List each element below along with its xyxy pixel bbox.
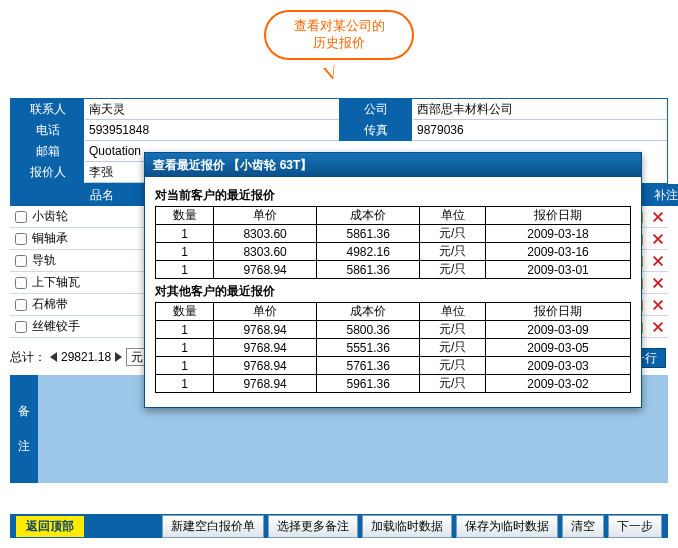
value-fax[interactable]: 9879036: [413, 120, 667, 141]
dlg-col: 单价: [214, 303, 317, 321]
dlg-row: 19768.945861.36元/只2009-03-01: [156, 261, 631, 279]
other-customer-table: 数量单价成本价单位报价日期19768.945800.36元/只2009-03-0…: [155, 302, 631, 393]
dlg-row: 19768.945551.36元/只2009-03-05: [156, 339, 631, 357]
section-other: 对其他客户的最近报价: [155, 283, 631, 300]
back-top-button[interactable]: 返回顶部: [16, 516, 84, 537]
row-checkbox[interactable]: [15, 321, 27, 333]
row-checkbox[interactable]: [15, 277, 27, 289]
label-company: 公司: [339, 99, 413, 120]
dlg-col: 数量: [156, 207, 214, 225]
row-checkbox[interactable]: [15, 299, 27, 311]
notes-label: 备 注: [10, 375, 38, 483]
label-fax: 传真: [339, 120, 413, 141]
dlg-col: 单位: [420, 303, 486, 321]
callout-bubble: 查看对某公司的 历史报价: [0, 10, 678, 90]
current-customer-table: 数量单价成本价单位报价日期18303.605861.36元/只2009-03-1…: [155, 206, 631, 279]
footer-button[interactable]: 下一步: [608, 515, 662, 538]
dlg-col: 单价: [214, 207, 317, 225]
row-checkbox[interactable]: [15, 255, 27, 267]
label-phone: 电话: [11, 120, 85, 141]
label-contact: 联系人: [11, 99, 85, 120]
footer-bar: 返回顶部 新建空白报价单选择更多备注加载临时数据保存为临时数据清空下一步: [10, 514, 668, 538]
delete-icon[interactable]: [650, 275, 666, 291]
dlg-col: 成本价: [317, 303, 420, 321]
dlg-row: 19768.945761.36元/只2009-03-03: [156, 357, 631, 375]
footer-button[interactable]: 清空: [562, 515, 604, 538]
section-current: 对当前客户的最近报价: [155, 187, 631, 204]
label-quoter: 报价人: [11, 162, 85, 183]
value-contact[interactable]: 南天灵: [85, 99, 339, 120]
dialog-title: 查看最近报价 【小齿轮 63T】: [145, 153, 641, 177]
dlg-row: 19768.945961.36元/只2009-03-02: [156, 375, 631, 393]
dlg-col: 报价日期: [486, 303, 631, 321]
total-value: 29821.18: [61, 350, 111, 364]
col-annotation: 补注: [650, 184, 678, 206]
delete-icon[interactable]: [650, 319, 666, 335]
delete-icon[interactable]: [650, 231, 666, 247]
dlg-col: 报价日期: [486, 207, 631, 225]
dlg-row: 18303.604982.16元/只2009-03-16: [156, 243, 631, 261]
row-checkbox[interactable]: [15, 211, 27, 223]
prev-icon[interactable]: [50, 352, 57, 362]
dlg-col: 数量: [156, 303, 214, 321]
callout-line1: 查看对某公司的: [294, 18, 385, 35]
total-row: 总计： 29821.18 元: [10, 348, 160, 366]
footer-button[interactable]: 选择更多备注: [268, 515, 358, 538]
history-dialog: 查看最近报价 【小齿轮 63T】 对当前客户的最近报价 数量单价成本价单位报价日…: [144, 152, 642, 408]
footer-button[interactable]: 保存为临时数据: [456, 515, 558, 538]
value-phone[interactable]: 593951848: [85, 120, 339, 141]
value-company[interactable]: 西部思丰材料公司: [413, 99, 667, 120]
footer-button[interactable]: 新建空白报价单: [162, 515, 264, 538]
next-icon[interactable]: [115, 352, 122, 362]
dlg-row: 18303.605861.36元/只2009-03-18: [156, 225, 631, 243]
delete-icon[interactable]: [650, 209, 666, 225]
dlg-row: 19768.945800.36元/只2009-03-09: [156, 321, 631, 339]
dlg-col: 单位: [420, 207, 486, 225]
callout-line2: 历史报价: [313, 35, 365, 52]
total-label: 总计：: [10, 349, 46, 366]
delete-icon[interactable]: [650, 297, 666, 313]
row-checkbox[interactable]: [15, 233, 27, 245]
dlg-col: 成本价: [317, 207, 420, 225]
label-email: 邮箱: [11, 141, 85, 162]
footer-button[interactable]: 加载临时数据: [362, 515, 452, 538]
delete-icon[interactable]: [650, 253, 666, 269]
